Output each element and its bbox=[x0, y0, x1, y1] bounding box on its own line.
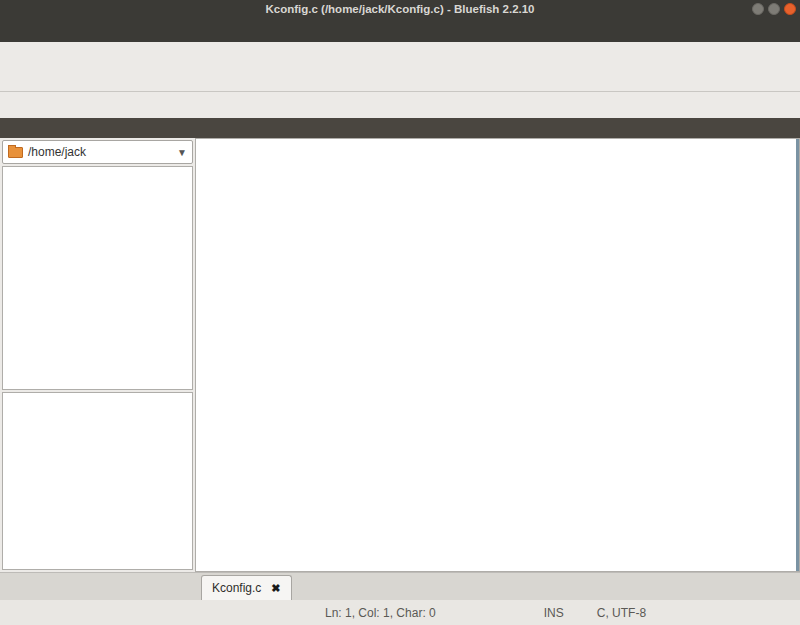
document-tab-bar: Kconfig.c ✖ bbox=[195, 573, 800, 600]
editor-area[interactable] bbox=[195, 138, 800, 572]
close-button[interactable] bbox=[784, 3, 796, 15]
quickbar-tab-bar bbox=[0, 68, 800, 92]
status-bar: Ln: 1, Col: 1, Char: 0 INS C, UTF-8 bbox=[0, 600, 800, 625]
document-encoding: C, UTF-8 bbox=[597, 606, 646, 620]
panel-tab-bar bbox=[0, 573, 195, 600]
window-title: Kconfig.c (/home/jack/Kconfig.c) - Bluef… bbox=[265, 3, 534, 15]
menu-bar bbox=[0, 18, 800, 42]
language-mode-bar bbox=[0, 118, 800, 138]
main-area: /home/jack ▼ bbox=[0, 138, 800, 572]
chevron-down-icon: ▼ bbox=[177, 147, 187, 158]
insert-mode: INS bbox=[544, 606, 564, 620]
document-tab-label: Kconfig.c bbox=[212, 581, 261, 595]
window-controls bbox=[752, 3, 796, 15]
main-toolbar bbox=[0, 42, 800, 68]
directory-selector[interactable]: /home/jack ▼ bbox=[2, 140, 193, 164]
maximize-button[interactable] bbox=[768, 3, 780, 15]
html-toolbar bbox=[0, 92, 800, 118]
directory-tree bbox=[2, 166, 193, 390]
side-panel: /home/jack ▼ bbox=[0, 138, 195, 572]
editor-scrollbar[interactable] bbox=[796, 139, 799, 571]
bluefish-window: Kconfig.c (/home/jack/Kconfig.c) - Bluef… bbox=[0, 0, 800, 625]
cursor-position: Ln: 1, Col: 1, Char: 0 bbox=[325, 606, 436, 620]
file-list bbox=[2, 392, 193, 570]
document-tab[interactable]: Kconfig.c ✖ bbox=[201, 575, 292, 600]
close-tab-icon[interactable]: ✖ bbox=[271, 582, 280, 595]
directory-path: /home/jack bbox=[28, 145, 86, 159]
minimize-button[interactable] bbox=[752, 3, 764, 15]
folder-icon bbox=[8, 147, 23, 158]
bottom-tab-row: Kconfig.c ✖ bbox=[0, 572, 800, 600]
title-bar: Kconfig.c (/home/jack/Kconfig.c) - Bluef… bbox=[0, 0, 800, 18]
